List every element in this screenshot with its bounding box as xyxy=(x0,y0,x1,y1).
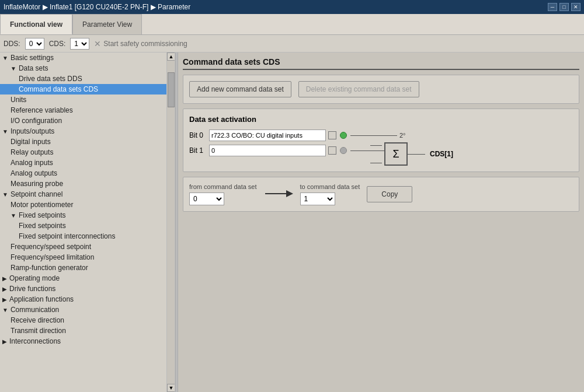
sidebar-label-motor-potentiometer: Motor potentiometer xyxy=(11,201,73,209)
toggle-icon-operating-mode: ▶ xyxy=(2,275,7,282)
bit0-input[interactable] xyxy=(209,130,326,141)
sidebar-item-command-data-sets-cds[interactable]: Command data sets CDS xyxy=(0,84,175,94)
sidebar-item-drive-functions[interactable]: ▶Drive functions xyxy=(0,284,175,294)
sidebar-label-fixed-setpoint-interconnections: Fixed setpoint interconnections xyxy=(19,232,115,240)
sidebar-item-fixed-setpoint-interconnections[interactable]: Fixed setpoint interconnections xyxy=(0,231,175,242)
sidebar-item-units[interactable]: Units xyxy=(0,94,175,105)
bit1-connector xyxy=(328,146,336,155)
from-select[interactable]: 0 1 2 xyxy=(189,192,224,205)
to-label: to command data set xyxy=(300,183,360,190)
toggle-icon-application-functions: ▶ xyxy=(2,296,7,303)
safety-commissioning-button[interactable]: ✕ Start safety commissioning xyxy=(94,39,187,48)
sidebar-item-interconnections[interactable]: ▶Interconnections xyxy=(0,336,175,346)
sidebar-item-fixed-setpoints-sub[interactable]: Fixed setpoints xyxy=(0,220,175,231)
section-title: Command data sets CDS xyxy=(183,57,579,70)
bit0-dot xyxy=(340,132,347,139)
sidebar-label-reference-variables: Reference variables xyxy=(11,106,73,114)
bit1-dot xyxy=(340,147,347,154)
sidebar-items: ▼Basic settings▼Data setsDrive data sets… xyxy=(0,52,175,346)
sidebar-item-application-functions[interactable]: ▶Application functions xyxy=(0,294,175,304)
window-controls[interactable]: ─ □ ✕ xyxy=(548,3,580,11)
breadcrumb: InflateMotor ▶ Inflate1 [G120 CU240E-2 P… xyxy=(4,3,190,11)
toggle-icon-basic-settings: ▼ xyxy=(2,55,8,61)
bit1-label: Bit 1 xyxy=(189,146,207,155)
sidebar-item-motor-potentiometer[interactable]: Motor potentiometer xyxy=(0,200,175,210)
to-select[interactable]: 0 1 2 xyxy=(300,192,335,205)
sidebar-item-frequency-speed-limitation[interactable]: Frequency/speed limitation xyxy=(0,252,175,262)
copy-panel: from command data set 0 1 2 xyxy=(183,177,579,212)
titlebar: InflateMotor ▶ Inflate1 [G120 CU240E-2 P… xyxy=(0,0,584,14)
to-group: to command data set 0 1 2 xyxy=(300,183,360,205)
sidebar-label-command-data-sets-cds: Command data sets CDS xyxy=(19,85,98,93)
scroll-up-button[interactable]: ▲ xyxy=(167,52,175,61)
content-area: Command data sets CDS Add new command da… xyxy=(178,52,584,392)
sidebar-label-data-sets: Data sets xyxy=(19,64,48,72)
sidebar-item-communication[interactable]: ▼Communication xyxy=(0,304,175,315)
sidebar-item-fixed-setpoints[interactable]: ▼Fixed setpoints xyxy=(0,210,175,220)
copy-btn-wrapper: Copy xyxy=(367,186,412,202)
sidebar-label-inputs-outputs: Inputs/outputs xyxy=(11,127,54,135)
bit0-row: Bit 0 2° xyxy=(189,130,573,141)
scroll-down-button[interactable]: ▼ xyxy=(167,384,175,392)
cds-result-label: CDS[1] xyxy=(430,150,453,158)
sidebar-label-drive-data-sets-dds: Drive data sets DDS xyxy=(19,75,82,83)
sigma-row: Σ CDS[1] xyxy=(370,142,573,166)
sidebar-scrollbar[interactable]: ▲ ▼ xyxy=(166,52,175,392)
toggle-icon-drive-functions: ▶ xyxy=(2,286,7,292)
sidebar-label-operating-mode: Operating mode xyxy=(9,274,60,282)
from-group: from command data set 0 1 2 xyxy=(189,183,257,205)
sidebar-item-digital-inputs[interactable]: Digital inputs xyxy=(0,136,175,147)
sidebar-item-analog-inputs[interactable]: Analog inputs xyxy=(0,158,175,168)
delete-command-data-set-button[interactable]: Delete existing command data set xyxy=(298,81,419,97)
tab-parameter-view[interactable]: Parameter View xyxy=(72,14,142,34)
from-label: from command data set xyxy=(189,183,257,190)
sidebar-item-reference-variables[interactable]: Reference variables xyxy=(0,105,175,116)
sidebar-item-inputs-outputs[interactable]: ▼Inputs/outputs xyxy=(0,126,175,136)
bit0-line xyxy=(350,135,397,136)
tab-functional-view[interactable]: Functional view xyxy=(0,14,72,34)
sidebar-label-receive-direction: Receive direction xyxy=(11,316,64,324)
bit1-input[interactable] xyxy=(209,145,326,156)
sidebar-label-measuring-probe: Measuring probe xyxy=(11,180,63,188)
sidebar-item-transmit-direction[interactable]: Transmit direction xyxy=(0,326,175,336)
sidebar-item-frequency-speed-setpoint[interactable]: Frequency/speed setpoint xyxy=(0,242,175,252)
safety-label: Start safety commissioning xyxy=(103,40,187,48)
tab-bar: Functional view Parameter View xyxy=(0,14,142,34)
sidebar-item-measuring-probe[interactable]: Measuring probe xyxy=(0,178,175,189)
sidebar-label-basic-settings: Basic settings xyxy=(11,54,54,62)
copy-button[interactable]: Copy xyxy=(367,186,412,202)
copy-arrow-icon xyxy=(264,188,293,200)
sidebar-item-drive-data-sets-dds[interactable]: Drive data sets DDS xyxy=(0,74,175,84)
cds-select[interactable]: 0 1 2 xyxy=(70,38,89,50)
sidebar-item-setpoint-channel[interactable]: ▼Setpoint channel xyxy=(0,189,175,200)
sidebar-item-operating-mode[interactable]: ▶Operating mode xyxy=(0,273,175,284)
maximize-button[interactable]: □ xyxy=(559,3,569,11)
sidebar-item-relay-outputs[interactable]: Relay outputs xyxy=(0,147,175,158)
dds-select[interactable]: 0 1 2 xyxy=(25,38,44,50)
sidebar-item-data-sets[interactable]: ▼Data sets xyxy=(0,63,175,74)
sidebar-label-frequency-speed-limitation: Frequency/speed limitation xyxy=(11,253,94,261)
view-tabs: Functional view Parameter View xyxy=(0,14,584,35)
toggle-icon-setpoint-channel: ▼ xyxy=(2,191,8,198)
bit0-connector xyxy=(328,131,336,139)
sidebar-label-frequency-speed-setpoint: Frequency/speed setpoint xyxy=(11,243,91,251)
toggle-icon-interconnections: ▶ xyxy=(2,338,7,345)
sidebar-label-setpoint-channel: Setpoint channel xyxy=(11,190,62,198)
sidebar-label-analog-inputs: Analog inputs xyxy=(11,159,53,167)
activation-title: Data set activation xyxy=(189,115,573,124)
sidebar-label-application-functions: Application functions xyxy=(9,295,74,303)
sidebar-item-ramp-function-generator[interactable]: Ramp-function generator xyxy=(0,262,175,273)
scrollbar-thumb[interactable] xyxy=(168,72,175,107)
sidebar-label-transmit-direction: Transmit direction xyxy=(11,327,66,335)
close-button[interactable]: ✕ xyxy=(571,3,580,11)
minimize-button[interactable]: ─ xyxy=(548,3,557,11)
safety-icon: ✕ xyxy=(94,39,101,48)
add-command-data-set-button[interactable]: Add new command data set xyxy=(189,81,291,97)
sidebar-item-io-configuration[interactable]: I/O configuration xyxy=(0,116,175,126)
sidebar-label-interconnections: Interconnections xyxy=(9,337,61,345)
sidebar-label-ramp-function-generator: Ramp-function generator xyxy=(11,264,88,272)
sidebar-item-receive-direction[interactable]: Receive direction xyxy=(0,315,175,326)
sidebar-item-analog-outputs[interactable]: Analog outputs xyxy=(0,168,175,178)
sidebar-item-basic-settings[interactable]: ▼Basic settings xyxy=(0,52,175,63)
sidebar-label-fixed-setpoints-sub: Fixed setpoints xyxy=(19,222,66,230)
